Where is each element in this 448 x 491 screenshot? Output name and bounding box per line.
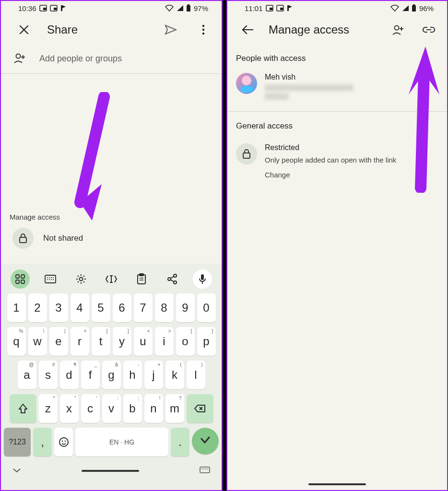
key-comma[interactable]: , (33, 428, 52, 456)
key-e[interactable]: e| (49, 327, 68, 356)
share-status-text: Not shared (43, 234, 83, 243)
svg-rect-48 (413, 4, 415, 5)
key-backspace[interactable] (187, 394, 213, 423)
nav-pill[interactable] (308, 483, 366, 485)
key-o[interactable]: o{ (176, 327, 195, 356)
signal-icon (402, 5, 409, 11)
svg-rect-16 (45, 275, 56, 283)
lock-icon (12, 228, 34, 249)
wifi-icon (390, 5, 399, 12)
kb-clipboard-icon[interactable] (132, 269, 151, 289)
key-y[interactable]: y] (113, 327, 131, 356)
header-title: Share (47, 23, 148, 36)
key-j[interactable]: j+ (144, 361, 163, 389)
key-2[interactable]: 2 (28, 293, 47, 322)
key-h[interactable]: h- (123, 361, 142, 389)
key-b[interactable]: b; (123, 394, 142, 423)
kb-settings-icon[interactable] (71, 269, 91, 289)
key-s[interactable]: s# (39, 361, 58, 389)
key-q[interactable]: q% (7, 327, 26, 356)
key-k[interactable]: k( (165, 361, 184, 389)
key-6[interactable]: 6 (113, 293, 131, 322)
kb-apps-icon[interactable] (11, 269, 30, 289)
close-icon[interactable] (14, 20, 34, 39)
kb-textselect-icon[interactable] (102, 269, 121, 289)
general-access-row: Restricted Only people added can open wi… (227, 136, 447, 187)
key-0[interactable]: 0 (197, 293, 216, 322)
key-g[interactable]: g& (102, 361, 121, 389)
status-bar: 11:01 96% (227, 1, 447, 15)
key-p[interactable]: p} (197, 327, 216, 356)
svg-rect-50 (243, 153, 250, 158)
add-person-icon[interactable] (389, 20, 408, 39)
status-icon-flag (287, 5, 293, 12)
people-heading: People with access (227, 44, 447, 68)
person-name: Meh vish (265, 73, 354, 82)
key-m[interactable]: m? (165, 394, 184, 423)
key-r[interactable]: r= (71, 327, 89, 356)
person-row[interactable]: Meh vish (227, 68, 447, 112)
svg-point-27 (174, 274, 177, 277)
wifi-icon (165, 5, 174, 12)
key-c[interactable]: c' (81, 394, 100, 423)
lock-icon (236, 143, 257, 164)
key-x[interactable]: x" (60, 394, 79, 423)
key-4[interactable]: 4 (71, 293, 89, 322)
status-icon-pip1 (39, 5, 47, 12)
battery-icon (412, 4, 416, 12)
link-icon[interactable] (419, 20, 438, 39)
share-screen: 10:36 97% Share Manage access (0, 0, 223, 491)
key-v[interactable]: v: (102, 394, 121, 423)
key-8[interactable]: 8 (155, 293, 174, 322)
send-icon[interactable] (161, 20, 180, 39)
add-people-input[interactable] (39, 54, 213, 64)
svg-rect-14 (16, 280, 19, 283)
key-d[interactable]: d₹ (60, 361, 79, 389)
key-n[interactable]: n! (144, 394, 163, 423)
kb-mini-keyboard-icon[interactable] (200, 467, 210, 475)
kb-keyboard-icon[interactable] (41, 269, 60, 289)
key-emoji[interactable] (54, 428, 73, 456)
key-shift[interactable] (10, 394, 36, 423)
key-7[interactable]: 7 (134, 293, 153, 322)
nav-pill[interactable] (82, 470, 139, 472)
svg-point-29 (174, 281, 177, 284)
status-icon-pip2 (276, 5, 284, 12)
key-i[interactable]: i> (155, 327, 174, 356)
key-3[interactable]: 3 (49, 293, 68, 322)
access-subtitle: Only people added can open with the link (265, 156, 396, 164)
status-icon-flag (60, 5, 66, 12)
svg-line-31 (171, 280, 174, 282)
battery-percent: 97% (194, 4, 208, 12)
kb-share-icon[interactable] (163, 269, 182, 289)
more-icon[interactable] (194, 20, 213, 39)
key-symbols[interactable]: ?123 (4, 428, 31, 456)
key-w[interactable]: w\ (28, 327, 47, 356)
key-1[interactable]: 1 (7, 293, 26, 322)
key-z[interactable]: z* (39, 394, 58, 423)
share-header: Share (1, 15, 222, 44)
svg-rect-3 (54, 8, 57, 10)
key-space[interactable]: EN · HG (75, 428, 168, 456)
avatar (236, 73, 257, 94)
back-icon[interactable] (238, 20, 257, 39)
svg-point-8 (202, 29, 204, 31)
annotation-arrow (59, 92, 116, 226)
key-f[interactable]: f_ (81, 361, 100, 389)
key-a[interactable]: a@ (18, 361, 36, 389)
change-button[interactable]: Change (265, 171, 396, 179)
status-bar: 10:36 97% (1, 1, 222, 15)
kb-collapse-icon[interactable] (12, 467, 21, 475)
key-period[interactable]: . (171, 428, 189, 456)
svg-point-49 (395, 26, 399, 30)
key-l[interactable]: l) (187, 361, 205, 389)
kb-mic-icon[interactable] (193, 269, 212, 289)
battery-percent: 96% (419, 4, 434, 12)
key-enter[interactable] (192, 428, 219, 455)
share-status-row[interactable]: Not shared (1, 221, 222, 257)
key-u[interactable]: u< (134, 327, 153, 356)
key-9[interactable]: 9 (176, 293, 195, 322)
manage-access-screen: 11:01 96% Manage access People with acce… (226, 0, 448, 491)
key-5[interactable]: 5 (92, 293, 110, 322)
key-t[interactable]: t[ (92, 327, 110, 356)
